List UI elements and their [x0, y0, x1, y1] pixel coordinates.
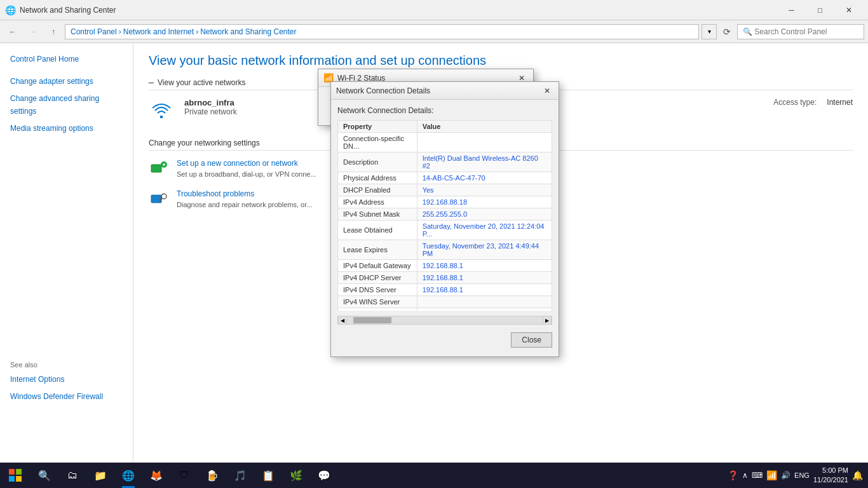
- details-scrollarea[interactable]: Property Value Connection-specific DN...…: [337, 120, 552, 311]
- table-cell-value: 255.255.255.0: [417, 208, 552, 220]
- maps-icon: 📋: [262, 470, 275, 482]
- details-dialog-content: Network Connection Details: Property Val…: [331, 100, 559, 356]
- details-dialog-close[interactable]: ✕: [541, 85, 553, 97]
- folder-icon: 📁: [94, 470, 107, 482]
- main-container: Control Panel Home Change adapter settin…: [0, 43, 868, 463]
- path-network-internet[interactable]: Network and Internet: [123, 27, 194, 36]
- taskbar-maps[interactable]: 📋: [254, 463, 282, 488]
- maximize-button[interactable]: □: [806, 0, 834, 20]
- sidebar-item-windows-firewall[interactable]: Windows Defender Firewall: [0, 388, 133, 405]
- details-dialog[interactable]: Network Connection Details ✕ Network Con…: [330, 81, 559, 357]
- date-display: 11/20/2021: [813, 475, 848, 485]
- svg-rect-0: [160, 116, 163, 118]
- defender-icon: 🛡: [179, 470, 189, 481]
- address-path[interactable]: Control Panel › Network and Internet › N…: [65, 24, 699, 39]
- network-icon: [149, 98, 174, 123]
- refresh-button[interactable]: ⟳: [719, 24, 735, 39]
- wifi-icon: [151, 100, 172, 121]
- up-button[interactable]: ↑: [44, 23, 62, 41]
- details-close-button[interactable]: Close: [511, 332, 552, 348]
- hscroll-track: [347, 316, 543, 324]
- content-area: View your basic network information and …: [133, 43, 868, 463]
- window-controls: ─ □ ✕: [777, 0, 863, 20]
- sidebar-item-change-adapter[interactable]: Change adapter settings: [0, 73, 133, 90]
- table-row: IPv4 Subnet Mask: [338, 208, 417, 220]
- start-button[interactable]: [0, 463, 31, 488]
- table-cell-value: [417, 133, 552, 152]
- back-button[interactable]: ←: [4, 23, 22, 41]
- tray-keyboard[interactable]: ⌨: [752, 471, 763, 480]
- green-icon: 🌿: [290, 470, 302, 482]
- taskbar-music[interactable]: 🎵: [226, 463, 254, 488]
- add-connection-icon: [150, 159, 168, 177]
- title-bar: 🌐 Network and Sharing Center ─ □ ✕: [0, 0, 868, 20]
- col-property: Property: [338, 121, 417, 133]
- table-cell-value: Tuesday, November 23, 2021 4:49:44 PM: [417, 240, 552, 260]
- tray-question[interactable]: ❓: [728, 470, 738, 480]
- svg-rect-9: [16, 469, 22, 475]
- new-connection-link[interactable]: Set up a new connection or network: [177, 158, 316, 169]
- sidebar-item-media-streaming[interactable]: Media streaming options: [0, 120, 133, 137]
- address-bar: ← → ↑ Control Panel › Network and Intern…: [0, 20, 868, 43]
- taskbar-green[interactable]: 🌿: [282, 463, 310, 488]
- table-row: IPv4 Default Gateway: [338, 260, 417, 272]
- see-also-section: See also Internet Options Windows Defend…: [0, 353, 133, 405]
- path-control-panel[interactable]: Control Panel: [71, 27, 117, 36]
- details-hscroll[interactable]: ◀ ▶: [337, 316, 552, 325]
- taskbar-search[interactable]: 🔍: [31, 463, 58, 488]
- search-icon: 🔍: [38, 470, 51, 482]
- task-view-icon: 🗂: [67, 470, 78, 481]
- window-title: Network and Sharing Center: [20, 6, 777, 15]
- tray-volume[interactable]: 🔊: [781, 471, 790, 480]
- path-dropdown[interactable]: ▾: [702, 24, 717, 39]
- sidebar-item-internet-options[interactable]: Internet Options: [0, 371, 133, 388]
- table-row: IPv4 Address: [338, 196, 417, 208]
- firefox-icon: 🦊: [150, 470, 163, 482]
- taskbar-edge[interactable]: 🌐: [114, 463, 142, 488]
- access-info: Access type: Internet: [773, 98, 853, 107]
- table-row: Description: [338, 152, 417, 172]
- access-label: Access type:: [773, 98, 817, 107]
- new-connection-desc: Set up a broadband, dial-up, or VPN conn…: [177, 170, 316, 178]
- table-cell-value: 192.168.88.1: [417, 272, 552, 284]
- svg-rect-10: [9, 476, 15, 482]
- taskbar-chat[interactable]: 💬: [310, 463, 338, 488]
- svg-point-6: [161, 194, 166, 199]
- scroll-right-arrow[interactable]: ▶: [543, 316, 552, 325]
- details-dialog-title: Network Connection Details: [336, 86, 541, 95]
- see-also-label: See also: [0, 353, 133, 371]
- taskbar-file-explorer[interactable]: 📁: [86, 463, 114, 488]
- edge-icon: 🌐: [122, 470, 135, 482]
- tray-notification[interactable]: 🔔: [852, 470, 863, 480]
- taskbar-beer[interactable]: 🍺: [198, 463, 226, 488]
- taskbar-defender[interactable]: 🛡: [170, 463, 198, 488]
- table-row: NetBIOS over Tcpip En...: [338, 308, 417, 311]
- search-input[interactable]: [737, 24, 864, 39]
- table-cell-value: 192.168.88.1: [417, 260, 552, 272]
- details-footer: Close: [337, 330, 552, 350]
- svg-rect-1: [151, 165, 161, 172]
- scroll-left-arrow[interactable]: ◀: [338, 316, 347, 325]
- windows-logo-icon: [9, 469, 22, 482]
- table-row: IPv4 WINS Server: [338, 296, 417, 308]
- troubleshoot-link[interactable]: Troubleshoot problems: [177, 189, 312, 200]
- sys-tray: ❓ ∧ ⌨ 📶 🔊 ENG 5:00 PM 11/20/2021 🔔: [728, 466, 868, 485]
- taskbar-task-view[interactable]: 🗂: [58, 463, 86, 488]
- minimize-button[interactable]: ─: [777, 0, 806, 20]
- tray-chevron[interactable]: ∧: [742, 471, 748, 480]
- new-connection-icon: [149, 158, 169, 179]
- table-cell-value: Yes: [417, 308, 552, 311]
- details-dialog-titlebar: Network Connection Details ✕: [331, 82, 559, 100]
- hscroll-thumb[interactable]: [353, 317, 391, 323]
- chat-icon: 💬: [318, 470, 330, 482]
- taskbar-firefox[interactable]: 🦊: [142, 463, 170, 488]
- tray-lang[interactable]: ENG: [794, 471, 810, 479]
- svg-rect-11: [16, 476, 22, 482]
- col-value: Value: [417, 121, 552, 133]
- tray-network[interactable]: 📶: [766, 470, 777, 480]
- sidebar-item-change-advanced-sharing[interactable]: Change advanced sharing settings: [0, 90, 133, 119]
- forward-button[interactable]: →: [24, 23, 42, 41]
- sidebar-item-control-panel-home[interactable]: Control Panel Home: [0, 51, 133, 68]
- close-button[interactable]: ✕: [834, 0, 863, 20]
- taskbar-clock[interactable]: 5:00 PM 11/20/2021: [813, 466, 848, 485]
